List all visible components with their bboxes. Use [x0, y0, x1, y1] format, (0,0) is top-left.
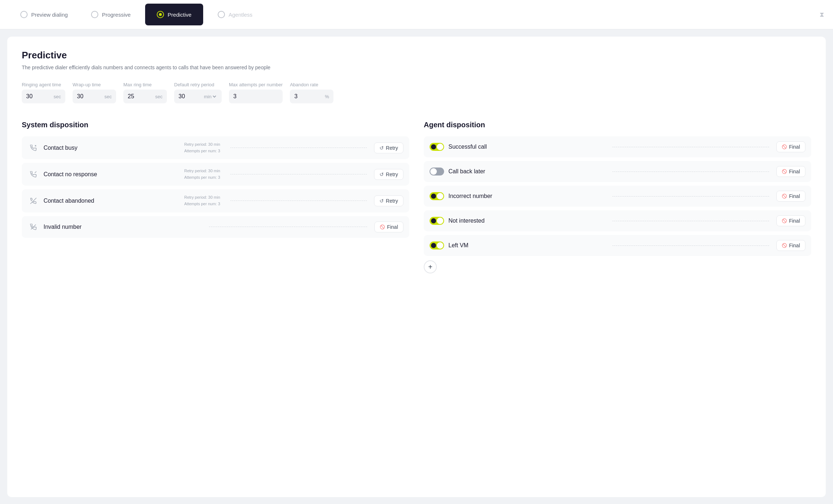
field-ringing-agent-time: Ringing agent timesec: [22, 82, 65, 103]
field-default-retry-period: Default retry periodmin: [174, 82, 222, 103]
field-label-max-ring-time: Max ring time: [123, 82, 167, 87]
system-disposition-item-invalid-number: Invalid number Final: [22, 216, 409, 238]
agent-disposition-item-successful-call: Successful call Final: [424, 136, 811, 157]
svg-line-8: [783, 145, 786, 148]
svg-line-12: [783, 195, 786, 198]
final-button-agent-left-vm[interactable]: Final: [776, 240, 805, 251]
agent-disposition-list: Successful call FinalCall back later Fin…: [424, 136, 811, 256]
top-bar: Preview dialingProgressivePredictiveAgen…: [0, 0, 833, 29]
agent-disposition-label-incorrect-number: Incorrect number: [448, 193, 605, 199]
radio-agentless: [218, 11, 225, 18]
system-disposition-title: System disposition: [22, 121, 409, 129]
retry-button-contact-busy[interactable]: ↺ Retry: [374, 142, 403, 153]
dial-option-label-preview: Preview dialing: [31, 12, 68, 18]
agent-disposition-title: Agent disposition: [424, 121, 811, 129]
field-input-abandon-rate[interactable]: [294, 93, 316, 100]
toggle-not-interested[interactable]: [430, 217, 444, 225]
field-label-max-attempts-per-number: Max attempts per number: [229, 82, 283, 87]
phone-no-response-icon: [28, 169, 39, 180]
field-input-ringing-agent-time[interactable]: [26, 93, 48, 100]
phone-busy-icon: [28, 142, 39, 154]
field-label-abandon-rate: Abandon rate: [290, 82, 333, 87]
field-input-wrap-up-time[interactable]: [77, 93, 99, 100]
field-max-attempts-per-number: Max attempts per number: [229, 82, 283, 103]
svg-line-6: [381, 225, 384, 228]
system-disposition-item-contact-busy: Contact busyRetry period: 30 minAttempts…: [22, 136, 409, 159]
page-title: Predictive: [22, 50, 811, 61]
hourglass-icon: ⧗: [820, 11, 824, 18]
field-label-wrap-up-time: Wrap-up time: [73, 82, 116, 87]
field-max-ring-time: Max ring timesec: [123, 82, 167, 103]
phone-abandoned-icon: [28, 195, 39, 207]
system-disposition-section: System disposition Contact busyRetry per…: [22, 121, 409, 273]
dial-option-agentless: Agentless: [206, 4, 264, 25]
field-wrap-up-time: Wrap-up timesec: [73, 82, 116, 103]
phone-invalid-icon: [28, 221, 39, 233]
svg-line-14: [783, 219, 786, 222]
agent-disposition-section: Agent disposition Successful call FinalC…: [424, 121, 811, 273]
final-button-invalid-number[interactable]: Final: [374, 222, 403, 232]
dial-option-predictive[interactable]: Predictive: [145, 4, 203, 25]
field-unit-ringing-agent-time: sec: [54, 94, 61, 99]
radio-preview: [20, 11, 28, 18]
radio-progressive: [91, 11, 98, 18]
system-disposition-item-contact-no-response: Contact no responseRetry period: 30 minA…: [22, 163, 409, 186]
field-unit-abandon-rate: %: [325, 94, 329, 99]
dispositions-container: System disposition Contact busyRetry per…: [22, 121, 811, 273]
final-button-agent-call-back-later[interactable]: Final: [776, 166, 805, 177]
system-disposition-label-invalid-number: Invalid number: [44, 224, 202, 230]
dial-option-label-agentless: Agentless: [229, 12, 253, 18]
main-content: Predictive The predictive dialer efficie…: [7, 37, 826, 497]
retry-info-contact-busy: Retry period: 30 minAttempts per num: 3: [184, 141, 220, 154]
add-disposition-button[interactable]: +: [424, 260, 437, 273]
retry-button-contact-no-response[interactable]: ↺ Retry: [374, 169, 403, 180]
final-button-agent-successful-call[interactable]: Final: [776, 141, 805, 152]
retry-info-contact-abandoned: Retry period: 30 minAttempts per num: 3: [184, 194, 220, 207]
field-unit-wrap-up-time: sec: [104, 94, 112, 99]
system-disposition-label-contact-busy: Contact busy: [44, 145, 180, 151]
page-description: The predictive dialer efficiently dials …: [22, 65, 811, 70]
agent-disposition-label-successful-call: Successful call: [448, 144, 605, 150]
field-input-max-ring-time[interactable]: [128, 93, 149, 100]
toggle-incorrect-number[interactable]: [430, 192, 444, 200]
final-button-agent-not-interested[interactable]: Final: [776, 215, 805, 226]
settings-fields-row: Ringing agent timesecWrap-up timesecMax …: [22, 82, 811, 103]
agent-disposition-item-incorrect-number: Incorrect number Final: [424, 186, 811, 207]
radio-predictive: [157, 11, 164, 18]
system-disposition-label-contact-no-response: Contact no response: [44, 171, 180, 178]
dial-option-preview[interactable]: Preview dialing: [9, 4, 79, 25]
system-disposition-item-contact-abandoned: Contact abandonedRetry period: 30 minAtt…: [22, 189, 409, 212]
final-button-agent-incorrect-number[interactable]: Final: [776, 191, 805, 202]
svg-line-10: [783, 170, 786, 173]
agent-disposition-label-left-vm: Left VM: [448, 242, 605, 249]
field-unit-select-default-retry-period[interactable]: min: [202, 94, 217, 100]
svg-line-2: [35, 172, 37, 173]
agent-disposition-label-call-back-later: Call back later: [448, 168, 605, 175]
dial-option-label-progressive: Progressive: [102, 12, 131, 18]
dial-option-label-predictive: Predictive: [168, 12, 192, 18]
agent-disposition-label-not-interested: Not interested: [448, 218, 605, 224]
field-abandon-rate: Abandon rate%: [290, 82, 333, 103]
field-unit-max-ring-time: sec: [155, 94, 163, 99]
toggle-successful-call[interactable]: [430, 143, 444, 151]
field-input-max-attempts-per-number[interactable]: [233, 93, 255, 100]
toggle-left-vm[interactable]: [430, 241, 444, 249]
field-label-default-retry-period: Default retry period: [174, 82, 222, 87]
dial-option-progressive[interactable]: Progressive: [79, 4, 142, 25]
system-disposition-list: Contact busyRetry period: 30 minAttempts…: [22, 136, 409, 238]
agent-disposition-item-call-back-later: Call back later Final: [424, 161, 811, 182]
field-input-default-retry-period[interactable]: [178, 93, 200, 100]
toggle-call-back-later[interactable]: [430, 168, 444, 175]
agent-disposition-item-not-interested: Not interested Final: [424, 210, 811, 231]
svg-line-16: [783, 244, 786, 247]
agent-disposition-item-left-vm: Left VM Final: [424, 235, 811, 256]
retry-button-contact-abandoned[interactable]: ↺ Retry: [374, 195, 403, 206]
field-label-ringing-agent-time: Ringing agent time: [22, 82, 65, 87]
retry-info-contact-no-response: Retry period: 30 minAttempts per num: 3: [184, 168, 220, 181]
system-disposition-label-contact-abandoned: Contact abandoned: [44, 198, 180, 204]
